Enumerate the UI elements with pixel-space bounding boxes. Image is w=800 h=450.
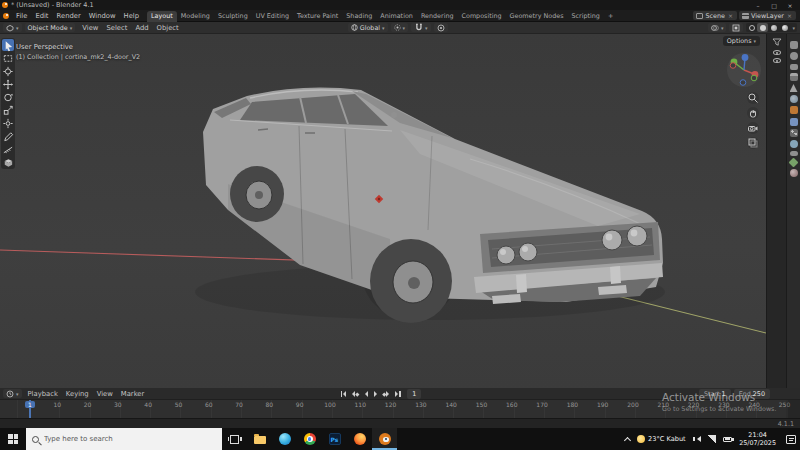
network-icon[interactable] [708, 435, 716, 443]
firefox-button[interactable] [347, 428, 372, 450]
outliner-visibility-row[interactable] [767, 50, 786, 55]
timeline-editor-type-button[interactable]: ▾ [3, 389, 22, 398]
jump-to-start-button[interactable] [338, 389, 349, 399]
shading-solid-button[interactable] [757, 23, 768, 32]
menu-help[interactable]: Help [120, 12, 144, 20]
edge-button[interactable] [272, 428, 297, 450]
workspace-tab-texture-paint[interactable]: Texture Paint [293, 11, 342, 22]
timeline-menu-keying[interactable]: Keying [62, 390, 93, 398]
jump-to-end-button[interactable] [393, 389, 404, 399]
tool-add-cube-button[interactable] [2, 156, 14, 168]
options-button[interactable]: Options ▾ [723, 36, 760, 46]
timeline-editor[interactable]: ▾ PlaybackKeyingViewMarker 1 Start 1 [0, 388, 800, 418]
properties-tab-render-icon[interactable] [790, 52, 798, 60]
outliner-filter-button[interactable] [767, 38, 786, 46]
viewport-3d[interactable]: User Perspective (1) Collection | cortin… [0, 34, 766, 388]
properties-tab-scene-icon[interactable] [790, 84, 798, 92]
viewlayer-selector[interactable]: ViewLayer × [739, 11, 796, 20]
play-button[interactable] [371, 389, 379, 399]
viewport-menu-object[interactable]: Object [153, 24, 183, 32]
tool-tweak-button[interactable] [2, 39, 14, 51]
properties-tab-constraints-icon[interactable] [790, 151, 798, 156]
properties-tab-modifiers-icon[interactable] [790, 118, 798, 126]
viewport-menu-view[interactable]: View [78, 24, 102, 32]
camera-view-button[interactable] [747, 122, 759, 134]
menu-render[interactable]: Render [53, 12, 85, 20]
workspace-tab-rendering[interactable]: Rendering [417, 11, 458, 22]
notification-center-icon[interactable] [786, 435, 796, 444]
frame-end-field[interactable]: End 250 [734, 389, 770, 399]
tool-move-button[interactable] [2, 78, 14, 90]
workspace-tab-uv-editing[interactable]: UV Editing [252, 11, 293, 22]
blender-logo-icon[interactable] [3, 13, 9, 19]
properties-tab-object-data-icon[interactable] [789, 158, 799, 168]
snap-toggle[interactable]: ▾ [411, 23, 431, 32]
play-reverse-button[interactable] [362, 389, 370, 399]
chrome-button[interactable] [297, 428, 322, 450]
timeline-ruler[interactable]: 1020304050607080901001101201301401501601… [0, 400, 800, 418]
maximize-button[interactable]: □ [766, 0, 782, 10]
file-explorer-button[interactable] [247, 428, 272, 450]
menu-edit[interactable]: Edit [31, 12, 52, 20]
tool-rotate-button[interactable] [2, 91, 14, 103]
minimize-button[interactable]: – [750, 0, 766, 10]
task-view-button[interactable] [222, 428, 247, 450]
menu-window[interactable]: Window [85, 12, 120, 20]
eye-icon[interactable] [773, 58, 781, 63]
outliner-visibility-row[interactable] [767, 58, 786, 63]
workspace-tab-scripting[interactable]: Scripting [567, 11, 603, 22]
perspective-toggle-button[interactable] [747, 137, 759, 149]
properties-tab-world-icon[interactable] [790, 95, 798, 103]
tool-transform-button[interactable] [2, 117, 14, 129]
current-frame-field[interactable]: 1 [407, 389, 421, 399]
taskbar-clock[interactable]: 21:04 25/07/2025 [739, 431, 776, 447]
prev-keyframe-button[interactable] [350, 389, 362, 399]
close-button[interactable]: × [782, 0, 798, 10]
properties-tab-particles-icon[interactable] [790, 129, 798, 137]
next-keyframe-button[interactable] [380, 389, 392, 399]
scene-unlink-icon[interactable]: × [727, 12, 734, 19]
scene-selector[interactable]: Scene × [693, 11, 737, 20]
workspace-tab-shading[interactable]: Shading [342, 11, 376, 22]
search-input[interactable] [44, 435, 194, 443]
transform-orientation-selector[interactable]: Global ▾ [348, 23, 388, 32]
frame-start-field[interactable]: Start 1 [699, 389, 731, 399]
weather-widget[interactable]: 23°C Kabut [637, 435, 686, 443]
battery-icon[interactable] [723, 437, 732, 442]
tool-measure-button[interactable] [2, 143, 14, 155]
zoom-button[interactable] [747, 92, 759, 104]
workspace-tab-geometry-nodes[interactable]: Geometry Nodes [506, 11, 568, 22]
timeline-menu-playback[interactable]: Playback [24, 390, 62, 398]
tool-select-box-button[interactable] [2, 52, 14, 64]
proportional-editing-toggle[interactable] [434, 23, 448, 32]
properties-tab-physics-icon[interactable] [790, 140, 798, 148]
shading-rendered-button[interactable] [779, 23, 790, 32]
tool-cursor-button[interactable] [2, 65, 14, 77]
workspace-tab-modeling[interactable]: Modeling [177, 11, 214, 22]
current-frame-marker-label[interactable]: 1 [25, 401, 35, 408]
pivot-point-selector[interactable]: ▾ [391, 23, 409, 32]
properties-tab-tool-icon[interactable] [790, 41, 798, 49]
timeline-menu-view[interactable]: View [93, 390, 117, 398]
tray-chevron-up-icon[interactable] [624, 436, 631, 443]
properties-tab-view-layer-icon[interactable] [790, 73, 798, 81]
shading-material-button[interactable] [768, 23, 779, 32]
tool-annotate-button[interactable] [2, 130, 14, 142]
workspace-tab-layout[interactable]: Layout [147, 11, 177, 22]
overlays-toggle[interactable]: ▾ [708, 23, 727, 32]
photoshop-button[interactable]: Ps [322, 428, 347, 450]
viewport-menu-add[interactable]: Add [131, 24, 152, 32]
properties-tab-object-icon[interactable] [790, 106, 798, 114]
navigation-gizmo[interactable] [726, 52, 762, 90]
editor-type-button[interactable]: ▾ [3, 23, 22, 32]
workspace-tab-sculpting[interactable]: Sculpting [214, 11, 252, 22]
taskbar-search[interactable] [26, 428, 222, 450]
start-button[interactable] [0, 428, 26, 450]
timeline-menu-marker[interactable]: Marker [117, 390, 149, 398]
menu-file[interactable]: File [12, 12, 31, 20]
shading-wireframe-button[interactable] [746, 23, 757, 32]
eye-icon[interactable] [773, 50, 781, 55]
properties-tab-output-icon[interactable] [790, 64, 798, 70]
xray-toggle[interactable] [729, 23, 743, 32]
tool-scale-button[interactable] [2, 104, 14, 116]
